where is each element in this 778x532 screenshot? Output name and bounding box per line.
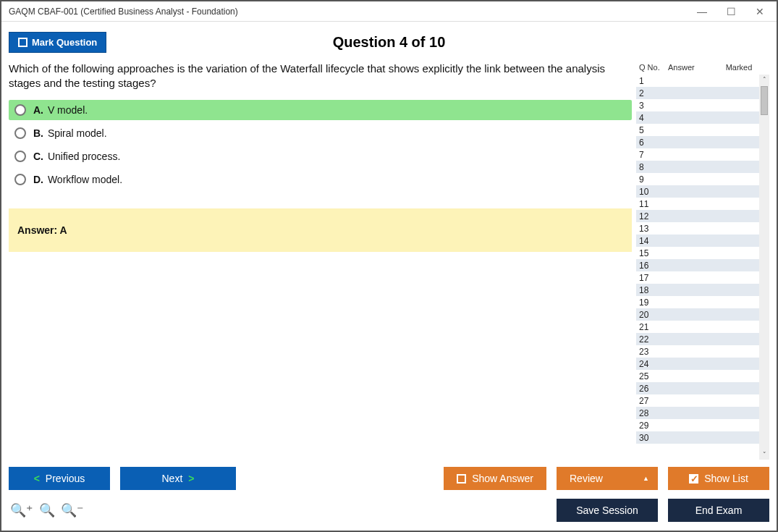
- list-item[interactable]: 11: [636, 198, 759, 210]
- mark-question-button[interactable]: Mark Question: [9, 32, 106, 53]
- list-item-number: 4: [639, 113, 668, 123]
- list-item[interactable]: 6: [636, 136, 759, 148]
- save-session-label: Save Session: [576, 504, 638, 516]
- option-b[interactable]: B. Spiral model.: [9, 123, 632, 143]
- list-item-number: 8: [639, 162, 668, 172]
- list-item[interactable]: 15: [636, 247, 759, 259]
- list-item-number: 14: [639, 236, 668, 246]
- chevron-left-icon: <: [34, 473, 40, 484]
- save-session-button[interactable]: Save Session: [557, 499, 658, 522]
- list-item[interactable]: 26: [636, 382, 759, 394]
- list-item-number: 25: [639, 371, 668, 381]
- scroll-thumb[interactable]: [761, 86, 768, 115]
- list-item-number: 7: [639, 150, 668, 160]
- list-item-number: 27: [639, 396, 668, 406]
- mark-question-label: Mark Question: [32, 37, 97, 48]
- list-item[interactable]: 25: [636, 370, 759, 382]
- list-item[interactable]: 21: [636, 321, 759, 333]
- dropdown-icon: ▲: [643, 475, 649, 482]
- list-item-number: 13: [639, 224, 668, 234]
- list-item-number: 30: [639, 433, 668, 443]
- zoom-in-icon[interactable]: 🔍⁺: [10, 502, 33, 518]
- scrollbar[interactable]: ˄ ˅: [759, 75, 769, 460]
- list-item[interactable]: 29: [636, 419, 759, 431]
- show-list-label: Show List: [704, 473, 748, 484]
- scroll-track[interactable]: [759, 85, 769, 449]
- app-window: GAQM CBAF-001 (Certified Business Analys…: [0, 0, 778, 532]
- checkbox-checked-icon: [689, 474, 698, 484]
- show-list-button[interactable]: Show List: [668, 467, 769, 490]
- list-item[interactable]: 3: [636, 99, 759, 111]
- option-a[interactable]: A. V model.: [9, 100, 632, 120]
- list-item[interactable]: 1: [636, 75, 759, 87]
- list-item[interactable]: 12: [636, 210, 759, 222]
- next-label: Next: [162, 473, 183, 484]
- list-item-number: 9: [639, 174, 668, 185]
- next-button[interactable]: Next >: [120, 467, 236, 490]
- option-text: A. V model.: [33, 104, 88, 116]
- list-item[interactable]: 19: [636, 296, 759, 308]
- scroll-up-icon[interactable]: ˄: [759, 75, 769, 85]
- list-item[interactable]: 27: [636, 394, 759, 407]
- col-qno: Q No.: [639, 63, 668, 72]
- previous-label: Previous: [46, 473, 85, 484]
- list-item-number: 18: [639, 285, 668, 295]
- list-item[interactable]: 17: [636, 271, 759, 284]
- list-item-number: 2: [639, 88, 668, 98]
- minimize-icon[interactable]: —: [690, 3, 714, 20]
- list-item-number: 10: [639, 187, 668, 197]
- list-item-number: 19: [639, 297, 668, 308]
- maximize-icon[interactable]: ☐: [719, 3, 743, 20]
- list-item[interactable]: 20: [636, 308, 759, 321]
- list-item[interactable]: 22: [636, 333, 759, 345]
- list-item-number: 29: [639, 421, 668, 431]
- list-item[interactable]: 8: [636, 161, 759, 173]
- list-item[interactable]: 9: [636, 173, 759, 185]
- show-answer-button[interactable]: Show Answer: [444, 467, 546, 490]
- list-item-number: 24: [639, 359, 668, 369]
- radio-icon: [14, 174, 26, 185]
- previous-button[interactable]: < Previous: [9, 467, 110, 490]
- list-item-number: 5: [639, 125, 668, 135]
- list-item-number: 16: [639, 261, 668, 271]
- list-item-number: 6: [639, 138, 668, 148]
- window-title: GAQM CBAF-001 (Certified Business Analys…: [9, 7, 238, 17]
- zoom-reset-icon[interactable]: 🔍: [39, 502, 55, 518]
- question-list[interactable]: 1234567891011121314151617181920212223242…: [636, 75, 759, 460]
- question-list-header: Q No. Answer Marked: [636, 62, 769, 75]
- main-column: Which of the following approaches is the…: [9, 62, 632, 460]
- end-exam-button[interactable]: End Exam: [668, 499, 769, 522]
- question-list-wrap: 1234567891011121314151617181920212223242…: [636, 75, 769, 460]
- list-item[interactable]: 13: [636, 222, 759, 235]
- option-text: B. Spiral model.: [33, 127, 107, 139]
- checkbox-icon: [457, 474, 466, 484]
- list-item-number: 3: [639, 101, 668, 111]
- zoom-controls: 🔍⁺ 🔍 🔍⁻: [9, 502, 84, 518]
- window-controls: — ☐ ✕: [690, 3, 772, 20]
- list-item-number: 17: [639, 273, 668, 283]
- list-item[interactable]: 2: [636, 87, 759, 99]
- zoom-out-icon[interactable]: 🔍⁻: [61, 502, 84, 518]
- list-item[interactable]: 30: [636, 431, 759, 444]
- list-item-number: 12: [639, 211, 668, 221]
- scroll-down-icon[interactable]: ˅: [759, 449, 769, 460]
- chevron-right-icon: >: [188, 473, 194, 484]
- list-item[interactable]: 23: [636, 345, 759, 358]
- option-text: C. Unified process.: [33, 151, 120, 162]
- list-item[interactable]: 16: [636, 259, 759, 271]
- option-d[interactable]: D. Workflow model.: [9, 169, 632, 190]
- question-list-panel: Q No. Answer Marked 12345678910111213141…: [636, 62, 769, 460]
- close-icon[interactable]: ✕: [748, 3, 772, 20]
- list-item[interactable]: 7: [636, 148, 759, 161]
- list-item[interactable]: 5: [636, 124, 759, 136]
- checkbox-icon: [18, 38, 28, 47]
- list-item[interactable]: 18: [636, 284, 759, 296]
- review-button[interactable]: Review ▲: [557, 467, 658, 490]
- list-item[interactable]: 14: [636, 235, 759, 247]
- list-item[interactable]: 28: [636, 407, 759, 419]
- list-item[interactable]: 10: [636, 185, 759, 198]
- list-item[interactable]: 24: [636, 358, 759, 370]
- option-c[interactable]: C. Unified process.: [9, 146, 632, 166]
- col-answer: Answer: [668, 63, 711, 72]
- list-item[interactable]: 4: [636, 111, 759, 124]
